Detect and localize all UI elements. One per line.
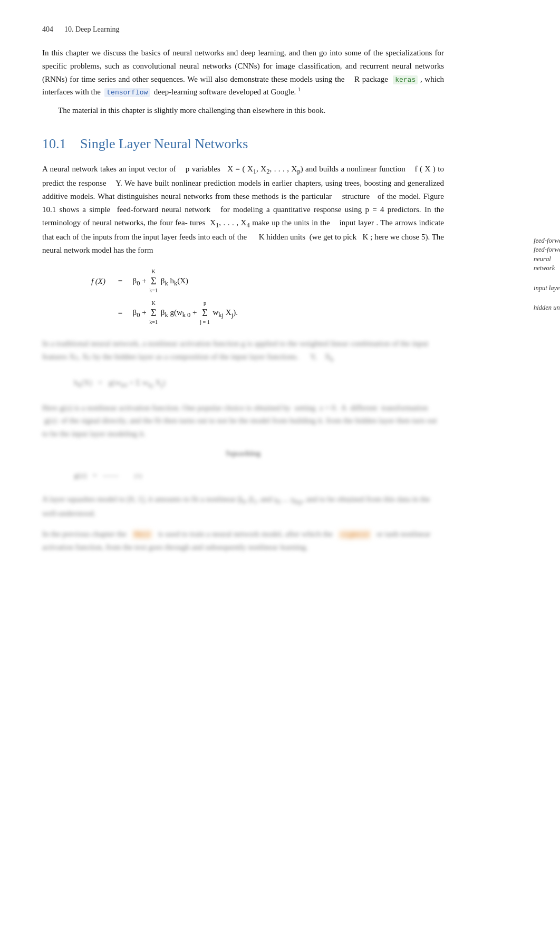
blurred-paragraph-4: In the previous chapter the ReLU is used… [42, 528, 444, 554]
math-lhs: f (X) [74, 273, 105, 289]
sigmoid-link[interactable]: sigmoid [339, 530, 371, 539]
blurred-paragraph-1: In a traditional neural network, a nonli… [42, 337, 444, 365]
page-header: 404 10. Deep Learning [42, 25, 528, 34]
intro-text-2: The material in this chapter is slightly… [58, 106, 325, 114]
sidebar-note-feed-forward: feed-forward neural network feed-forward… [534, 236, 560, 273]
r-package-label: R package [354, 75, 388, 83]
keras-code: keras [393, 75, 418, 84]
footnote-1: 1 [298, 87, 301, 92]
sidebar-note-input-layer: input layer [534, 284, 560, 293]
blurred-paragraph-2: Here g(z) is a nonlinear activation func… [42, 401, 444, 441]
tensorflow-code: tensorflow [104, 88, 150, 97]
math-line-1: f (X) = β0 + K Σ k=1 βk hk(X) [74, 266, 528, 296]
sidebar-note-hidden-units: hidden units [534, 303, 560, 313]
math-line-2: = β0 + K Σ k=1 βk g(wk 0 + p Σ j = 1 wkj… [74, 298, 528, 328]
intro-paragraph-1: In this chapter we discuss the basics of… [42, 46, 444, 117]
sidebar-notes: feed-forward neural network feed-forward… [534, 162, 560, 321]
blurred-math-1: hk(X) = g(wk0 + Σ wkj Xj) [74, 375, 528, 392]
math-eq-2: = [114, 305, 124, 321]
relu-link[interactable]: ReLU [132, 530, 152, 539]
section-heading: 10.1 Single Layer Neural Networks [42, 136, 528, 152]
chapter-title: 10. Deep Learning [64, 25, 120, 33]
page: 404 10. Deep Learning In this chapter we… [0, 0, 560, 948]
section-title: Single Layer Neural Networks [80, 136, 248, 151]
blurred-math-2: g(z) = —— (1) [74, 467, 528, 483]
math-eq-1: = [114, 273, 124, 289]
main-content: feed-forward neural network feed-forward… [42, 162, 528, 554]
page-number: 404 [42, 25, 53, 33]
blurred-paragraph-3: A layer squashes model to [0, 1], it amo… [42, 493, 444, 520]
math-rhs-2: β0 + K Σ k=1 βk g(wk 0 + p Σ j = 1 wkj X… [129, 298, 238, 328]
blurred-squashing-heading: Squashing [42, 449, 444, 458]
section-number: 10.1 [42, 136, 66, 151]
body-paragraph-1: A neural network takes an input vector o… [42, 162, 444, 257]
math-rhs-1: β0 + K Σ k=1 βk hk(X) [129, 266, 188, 296]
math-equations: f (X) = β0 + K Σ k=1 βk hk(X) = β [74, 266, 528, 328]
